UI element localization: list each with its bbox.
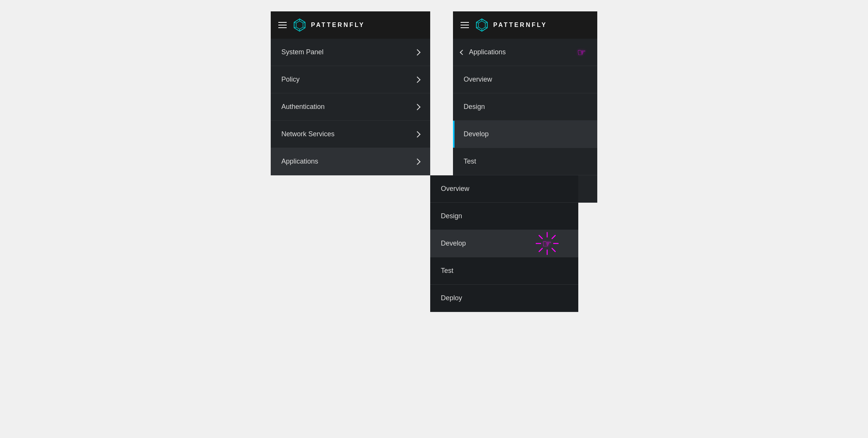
sidebar-item-label: Network Services [281,130,335,138]
hover-cursor-icon: ☞ [577,46,586,58]
nav-header-2: PATTERNFLY [453,11,597,39]
sidebar-item-design2[interactable]: Design [453,93,597,121]
svg-line-12 [539,235,543,239]
click-cursor: ☞ [542,237,552,250]
sidebar-1: System Panel Policy Authentication Netwo… [271,39,430,175]
svg-marker-1 [296,21,303,29]
flyout-menu: Overview Design Develop ☞ [430,175,578,312]
sidebar-item-label: Applications [281,158,318,165]
flyout-item-develop[interactable]: Develop ☞ [430,230,578,257]
nav-item-label: Test [464,158,476,165]
chevron-right-icon [414,49,421,55]
panel-2: PATTERNFLY Applications ☞ Overview Desig… [453,11,597,203]
brand-name-2: PATTERNFLY [493,22,547,28]
flyout-item-label: Overview [441,185,469,193]
hand-cursor-icon: ☞ [542,237,552,250]
nav-item-label: Overview [464,76,492,84]
nav-item-label: Design [464,103,485,111]
svg-line-13 [552,248,556,252]
hamburger-menu-icon-2[interactable] [461,22,469,28]
sidebar-item-label: Authentication [281,103,325,111]
flyout-item-overview[interactable]: Overview [430,175,578,203]
sidebar-item-label: Policy [281,76,300,84]
back-label: Applications [469,48,506,56]
sidebar-item-applications[interactable]: Applications [271,148,430,175]
click-burst-icon [532,228,562,259]
nav-header-1: PATTERNFLY [271,11,430,39]
flyout-item-label: Develop [441,239,466,247]
chevron-right-icon [414,158,421,165]
svg-line-14 [552,235,556,239]
sidebar-item-label: System Panel [281,48,324,56]
flyout-item-label: Deploy [441,294,462,302]
svg-marker-17 [478,21,485,29]
flyout-item-label: Design [441,212,462,220]
flyout-item-deploy[interactable]: Deploy [430,285,578,312]
chevron-right-icon [414,104,421,110]
patternfly-diamond-icon-2 [475,18,489,32]
nav-item-label: Develop [464,130,489,138]
sidebar-item-network-services[interactable]: Network Services [271,121,430,148]
sidebar-item-policy[interactable]: Policy [271,66,430,93]
panel-1: PATTERNFLY System Panel Policy Authentic… [271,11,430,175]
sidebar-item-overview2[interactable]: Overview [453,66,597,93]
flyout-item-test[interactable]: Test [430,257,578,285]
sidebar-item-test2[interactable]: Test [453,148,597,175]
sidebar-item-authentication[interactable]: Authentication [271,93,430,121]
flyout-item-design[interactable]: Design [430,203,578,230]
chevron-left-icon [460,49,465,55]
svg-line-15 [539,248,543,252]
chevron-right-icon [414,76,421,83]
chevron-right-icon [414,131,421,137]
brand-logo: PATTERNFLY [293,18,365,32]
brand-logo-2: PATTERNFLY [475,18,547,32]
sidebar-item-develop2[interactable]: Develop [453,121,597,148]
flyout-item-label: Test [441,267,453,275]
back-navigation[interactable]: Applications ☞ [453,39,597,66]
sidebar-item-system-panel[interactable]: System Panel [271,39,430,66]
hamburger-menu-icon[interactable] [278,22,287,28]
patternfly-diamond-icon [293,18,306,32]
brand-name: PATTERNFLY [311,22,365,28]
